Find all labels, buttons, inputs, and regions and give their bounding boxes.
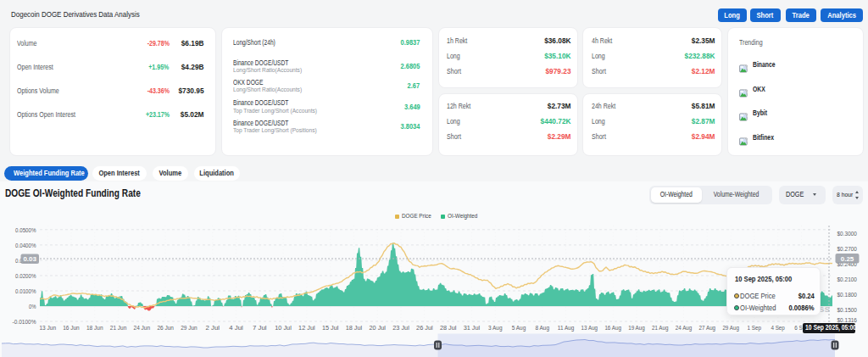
- svg-text:24 Jun: 24 Jun: [134, 324, 151, 332]
- svg-text:-0.0100%: -0.0100%: [13, 318, 36, 326]
- svg-text:26 Jul: 26 Jul: [416, 324, 433, 332]
- svg-text:27 Aug: 27 Aug: [699, 324, 716, 332]
- svg-text:11 Aug: 11 Aug: [558, 324, 575, 332]
- svg-text:10 Jul: 10 Jul: [275, 324, 292, 332]
- svg-text:5 Aug: 5 Aug: [512, 324, 526, 332]
- svg-text:$0.3000: $0.3000: [837, 230, 858, 237]
- svg-text:0.0200%: 0.0200%: [15, 272, 36, 280]
- svg-text:15 Jul: 15 Jul: [322, 324, 339, 332]
- svg-text:$0.1500: $0.1500: [837, 306, 858, 314]
- svg-text:0.0500%: 0.0500%: [15, 226, 36, 234]
- svg-text:7 Jul: 7 Jul: [253, 324, 267, 332]
- svg-text:19 Aug: 19 Aug: [628, 324, 645, 332]
- svg-text:20 Jul: 20 Jul: [370, 324, 387, 332]
- svg-text:0.25: 0.25: [841, 255, 854, 263]
- svg-text:0%: 0%: [29, 303, 36, 310]
- svg-text:12 Jul: 12 Jul: [298, 324, 315, 332]
- svg-text:21 Jun: 21 Jun: [110, 324, 127, 332]
- svg-text:13 Jun: 13 Jun: [40, 324, 57, 332]
- svg-text:8 Aug: 8 Aug: [536, 324, 550, 332]
- svg-text:1 Sep: 1 Sep: [748, 324, 762, 332]
- svg-text:4 Sep: 4 Sep: [771, 324, 785, 332]
- svg-text:21 Aug: 21 Aug: [652, 324, 669, 332]
- svg-text:23 Jul: 23 Jul: [392, 324, 409, 332]
- svg-text:3 Aug: 3 Aug: [488, 324, 503, 332]
- svg-text:29 Aug: 29 Aug: [722, 324, 739, 332]
- svg-text:$0.1800: $0.1800: [837, 291, 858, 298]
- svg-text:4 Jul: 4 Jul: [229, 324, 243, 332]
- svg-text:26 Jun: 26 Jun: [157, 324, 174, 332]
- svg-text:18 Jun: 18 Jun: [86, 324, 103, 332]
- svg-text:16 Aug: 16 Aug: [604, 324, 621, 332]
- svg-text:0.03: 0.03: [23, 255, 36, 263]
- svg-text:31 Jul: 31 Jul: [464, 324, 481, 332]
- svg-text:0.0400%: 0.0400%: [15, 242, 36, 249]
- svg-text:24 Aug: 24 Aug: [676, 324, 693, 332]
- svg-text:18 Jul: 18 Jul: [346, 324, 363, 332]
- svg-text:29 Jun: 29 Jun: [181, 324, 198, 332]
- svg-text:2 Jul: 2 Jul: [206, 324, 220, 332]
- svg-text:$0.2100: $0.2100: [837, 276, 858, 283]
- svg-text:0.0100%: 0.0100%: [15, 287, 36, 295]
- svg-text:16 Jun: 16 Jun: [63, 324, 80, 332]
- svg-text:13 Aug: 13 Aug: [581, 324, 598, 332]
- svg-text:$0.2700: $0.2700: [837, 245, 858, 253]
- svg-text:28 Jul: 28 Jul: [440, 324, 457, 332]
